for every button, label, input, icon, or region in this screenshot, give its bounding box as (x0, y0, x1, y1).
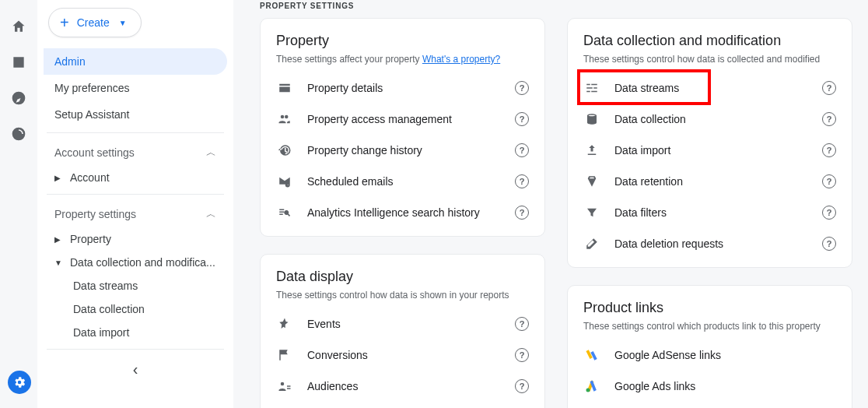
sidebar-item-admin[interactable]: Admin (44, 48, 227, 75)
card-data-collection: Data collection and modification These s… (567, 18, 852, 268)
row-ad-manager-links[interactable]: Ad Manager links (583, 402, 836, 408)
help-icon[interactable]: ? (822, 81, 836, 95)
row-property-details[interactable]: Property details ? (276, 72, 529, 104)
card-data-display: Data display These settings control how … (260, 254, 545, 408)
help-icon[interactable]: ? (515, 174, 529, 188)
database-icon (583, 112, 600, 126)
card-subtitle: These settings control how data is colle… (583, 54, 836, 65)
row-conversions[interactable]: Conversions ? (276, 339, 529, 371)
google-ads-icon (583, 378, 600, 394)
streams-icon (583, 81, 600, 95)
card-product-links: Product links These settings control whi… (567, 285, 852, 408)
divider (47, 194, 224, 195)
help-icon[interactable]: ? (822, 237, 836, 251)
icon-rail (0, 0, 37, 408)
filter-icon (583, 206, 600, 220)
tree-item-data-collection[interactable]: ▼ Data collection and modifica... (44, 251, 227, 274)
row-adsense-links[interactable]: Google AdSense links (583, 339, 836, 371)
svg-point-0 (586, 389, 590, 392)
caret-down-icon: ▼ (54, 259, 62, 267)
collapse-sidebar-button[interactable]: ‹ (44, 361, 227, 378)
card-subtitle: These settings control which products li… (583, 321, 836, 332)
row-data-filters[interactable]: Data filters ? (583, 197, 836, 228)
row-scheduled-emails[interactable]: Scheduled emails ? (276, 166, 529, 197)
divider (47, 349, 224, 350)
events-icon (276, 317, 293, 331)
row-events[interactable]: Events ? (276, 308, 529, 339)
help-icon[interactable]: ? (515, 317, 529, 331)
flag-icon (276, 348, 293, 362)
upload-icon (583, 143, 600, 157)
help-icon[interactable]: ? (515, 81, 529, 95)
row-data-streams[interactable]: Data streams ? (583, 72, 836, 104)
row-custom-definitions[interactable]: Custom definitions ? (276, 402, 529, 408)
page-title: PROPERTY SETTINGS (260, 2, 852, 10)
help-icon[interactable]: ? (822, 174, 836, 188)
create-button[interactable]: + Create ▼ (48, 8, 142, 37)
create-label: Create (77, 16, 110, 29)
reports-icon[interactable] (11, 55, 26, 73)
main-content: PROPERTY SETTINGS Property These setting… (249, 0, 868, 408)
caret-down-icon: ▼ (119, 19, 127, 27)
adsense-icon (583, 347, 600, 363)
chevron-up-icon: ︿ (206, 207, 216, 221)
caret-right-icon: ▶ (54, 235, 62, 244)
admin-sidebar: + Create ▼ Admin My preferences Setup As… (37, 0, 233, 408)
row-data-collection-item[interactable]: Data collection ? (583, 104, 836, 135)
help-icon[interactable]: ? (822, 112, 836, 126)
card-title: Product links (583, 300, 836, 316)
retention-icon (583, 174, 600, 188)
eraser-icon (583, 237, 600, 251)
history-icon (276, 143, 293, 157)
details-icon (276, 81, 293, 95)
row-property-access[interactable]: Property access management ? (276, 104, 529, 135)
explore-icon[interactable] (11, 90, 26, 109)
card-title: Data collection and modification (583, 33, 836, 49)
schedule-icon (276, 174, 293, 188)
audiences-icon (276, 379, 293, 393)
row-data-import[interactable]: Data import ? (583, 135, 836, 166)
help-icon[interactable]: ? (822, 206, 836, 220)
card-subtitle: These settings affect your property What… (276, 54, 529, 65)
search-list-icon (276, 206, 293, 220)
whats-a-property-link[interactable]: What's a property? (422, 54, 500, 65)
help-icon[interactable]: ? (515, 112, 529, 126)
help-icon[interactable]: ? (515, 379, 529, 393)
tree-sub-data-collection[interactable]: Data collection (44, 297, 227, 321)
tree-item-account[interactable]: ▶ Account (44, 166, 227, 189)
admin-gear-button[interactable] (8, 371, 31, 394)
card-title: Property (276, 33, 529, 49)
sidebar-item-setup-assistant[interactable]: Setup Assistant (44, 101, 227, 128)
ads-icon[interactable] (11, 126, 26, 145)
plus-icon: + (60, 15, 69, 30)
row-change-history[interactable]: Property change history ? (276, 135, 529, 166)
card-property: Property These settings affect your prop… (260, 18, 545, 237)
help-icon[interactable]: ? (822, 143, 836, 157)
row-data-retention[interactable]: Data retention ? (583, 166, 836, 197)
row-audiences[interactable]: Audiences ? (276, 371, 529, 402)
section-account-settings[interactable]: Account settings ︿ (44, 138, 227, 166)
row-search-history[interactable]: Analytics Intelligence search history ? (276, 197, 529, 228)
help-icon[interactable]: ? (515, 348, 529, 362)
section-property-settings[interactable]: Property settings ︿ (44, 199, 227, 227)
help-icon[interactable]: ? (515, 206, 529, 220)
tree-sub-data-streams[interactable]: Data streams (44, 274, 227, 297)
sidebar-item-preferences[interactable]: My preferences (44, 75, 227, 101)
tree-sub-data-import[interactable]: Data import (44, 321, 227, 344)
row-data-deletion[interactable]: Data deletion requests ? (583, 228, 836, 259)
chevron-up-icon: ︿ (206, 146, 216, 160)
row-ads-links[interactable]: Google Ads links (583, 371, 836, 402)
home-icon[interactable] (11, 19, 26, 37)
card-title: Data display (276, 269, 529, 285)
people-icon (276, 112, 293, 126)
caret-right-icon: ▶ (54, 174, 62, 182)
divider (47, 132, 224, 133)
tree-item-property[interactable]: ▶ Property (44, 227, 227, 251)
help-icon[interactable]: ? (515, 143, 529, 157)
card-subtitle: These settings control how data is shown… (276, 290, 529, 301)
